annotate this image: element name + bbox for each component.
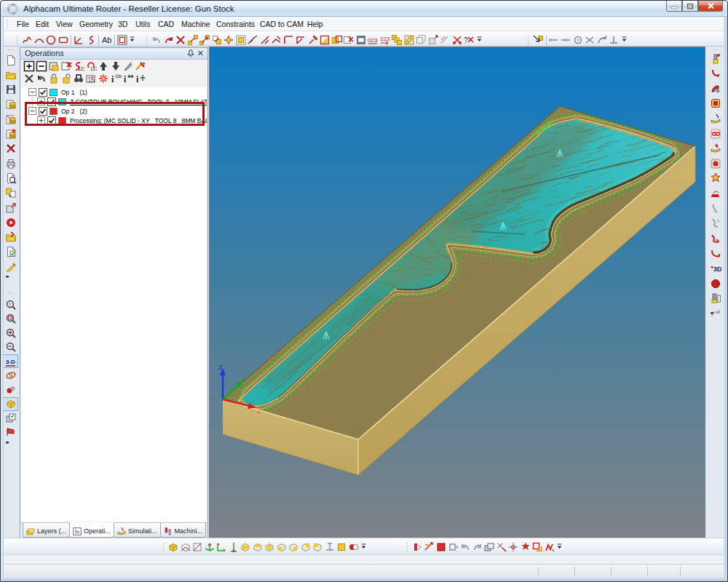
svg-text:?: ?: [464, 36, 468, 44]
svg-text:123: 123: [380, 36, 390, 42]
svg-text:Ab: Ab: [102, 36, 111, 44]
svg-text:023: 023: [368, 37, 378, 44]
